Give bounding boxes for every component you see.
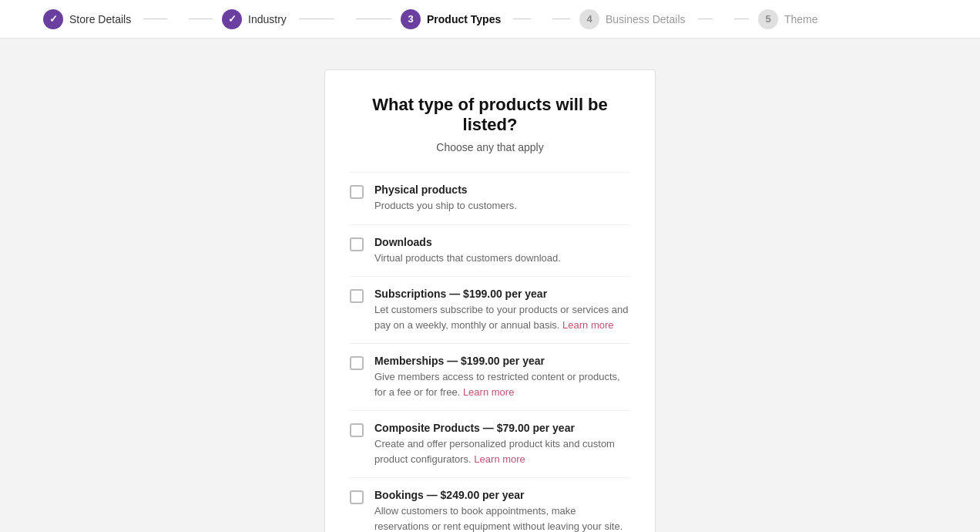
main-content: What type of products will be listed? Ch… [0,39,980,532]
step-product-types: 3 Product Types [401,9,579,29]
step-store-details: ✓ Store Details [43,9,222,29]
page-title: What type of products will be listed? [350,95,630,135]
option-title-subscriptions: Subscriptions — $199.00 per year [374,288,630,300]
option-memberships: Memberships — $199.00 per year Give memb… [350,343,630,410]
step-label-industry: Industry [248,13,287,25]
option-desc-physical: Products you ship to customers. [374,198,517,214]
step-number-business-details: 4 [586,13,592,25]
checkbox-subscriptions[interactable] [350,289,364,303]
learn-more-memberships[interactable]: Learn more [463,386,514,398]
checkbox-downloads[interactable] [350,237,364,251]
option-desc-composite: Create and offer personalized product ki… [374,436,630,466]
checkmark-icon-industry: ✓ [228,13,237,25]
step-label-store-details: Store Details [69,13,131,25]
option-composite: Composite Products — $79.00 per year Cre… [350,410,630,477]
option-desc-subscriptions: Let customers subscribe to your products… [374,302,630,332]
step-theme: 5 Theme [758,9,937,29]
option-desc-bookings: Allow customers to book appointments, ma… [374,503,630,532]
option-text-bookings: Bookings — $249.00 per year Allow custom… [374,489,630,532]
step-business-details: 4 Business Details [579,9,758,29]
option-title-memberships: Memberships — $199.00 per year [374,355,630,367]
learn-more-composite[interactable]: Learn more [474,453,525,465]
option-title-downloads: Downloads [374,236,561,248]
stepper: ✓ Store Details ✓ Industry 3 Product Typ… [0,0,980,39]
checkbox-bookings[interactable] [350,490,364,504]
option-title-composite: Composite Products — $79.00 per year [374,422,630,434]
step-label-product-types: Product Types [427,13,501,25]
option-downloads: Downloads Virtual products that customer… [350,224,630,277]
checkbox-physical[interactable] [350,185,364,199]
option-physical: Physical products Products you ship to c… [350,172,630,224]
step-number-theme: 5 [765,13,770,25]
checkmark-icon: ✓ [49,13,58,25]
option-desc-memberships: Give members access to restricted conten… [374,369,630,399]
option-text-composite: Composite Products — $79.00 per year Cre… [374,422,630,466]
step-circle-product-types: 3 [401,9,421,29]
page-subtitle: Choose any that apply [350,141,630,153]
checkbox-composite[interactable] [350,423,364,437]
step-number-product-types: 3 [408,13,413,25]
step-circle-industry: ✓ [222,9,242,29]
checkbox-memberships[interactable] [350,356,364,370]
product-types-card: What type of products will be listed? Ch… [324,69,656,532]
option-text-physical: Physical products Products you ship to c… [374,184,517,214]
option-bookings: Bookings — $249.00 per year Allow custom… [350,477,630,532]
step-circle-business-details: 4 [579,9,599,29]
learn-more-subscriptions[interactable]: Learn more [562,319,613,331]
option-title-bookings: Bookings — $249.00 per year [374,489,630,501]
step-label-theme: Theme [784,13,818,25]
step-industry: ✓ Industry [222,9,401,29]
option-text-memberships: Memberships — $199.00 per year Give memb… [374,355,630,399]
step-label-business-details: Business Details [606,13,686,25]
option-title-physical: Physical products [374,184,517,196]
option-text-subscriptions: Subscriptions — $199.00 per year Let cus… [374,288,630,332]
step-circle-store-details: ✓ [43,9,63,29]
step-circle-theme: 5 [758,9,778,29]
option-text-downloads: Downloads Virtual products that customer… [374,236,561,266]
option-desc-downloads: Virtual products that customers download… [374,251,561,266]
option-subscriptions: Subscriptions — $199.00 per year Let cus… [350,276,630,343]
